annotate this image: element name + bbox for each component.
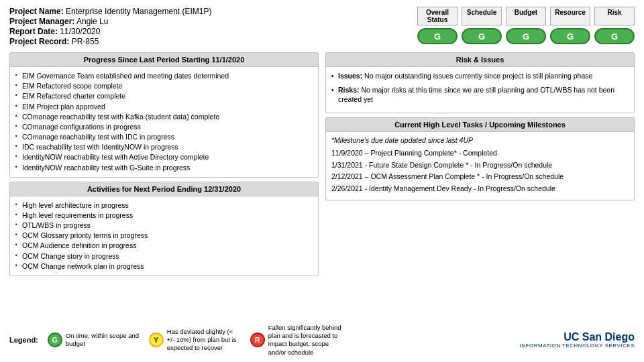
list-item: High level requirements in progress	[15, 210, 313, 220]
milestone-item: 11/9/2020 – Project Planning Complete* -…	[331, 148, 629, 158]
list-item: EIM Governance Team established and meet…	[15, 71, 313, 80]
legend-red-text: Fallen significantly behind plan and is …	[268, 324, 342, 357]
legend-green-text: On time, within scope and budget	[66, 332, 140, 349]
status-circle-resource: G	[550, 28, 590, 44]
legend-yellow-text: Has deviated slightly (< +/- 10%) from p…	[167, 328, 241, 353]
list-item: EIM Project plan approved	[15, 102, 313, 111]
ucsd-sub: INFORMATION TECHNOLOGY SERVICES	[520, 343, 635, 349]
progress-section: Progress Since Last Period Starting 11/1…	[9, 52, 319, 178]
status-circles: G G G G G	[417, 28, 635, 44]
record-label: Project Record:	[9, 37, 69, 46]
footer: Legend: G On time, within scope and budg…	[9, 324, 635, 357]
status-panel: Overall Status Schedule Budget Resource …	[417, 7, 635, 44]
report-date-line: Report Date: 11/30/2020	[9, 27, 211, 36]
list-item: IDC reachability test with IdentityNOW i…	[15, 142, 313, 152]
legend-green-circle: G	[48, 333, 62, 347]
progress-body: EIM Governance Team established and meet…	[10, 67, 318, 177]
project-name-value: Enterprise Identity Management (EIM1P)	[66, 7, 211, 16]
list-item: OCM Change story in progress	[15, 251, 313, 261]
main-content: Progress Since Last Period Starting 11/1…	[9, 52, 635, 318]
progress-title: Progress Since Last Period Starting 11/1…	[10, 53, 318, 67]
activities-title: Activities for Next Period Ending 12/31/…	[10, 182, 318, 196]
ucsd-logo: UC San Diego INFORMATION TECHNOLOGY SERV…	[520, 332, 635, 349]
header-left: Project Name: Enterprise Identity Manage…	[9, 7, 211, 47]
list-item: High level architecture in progress	[15, 200, 313, 210]
status-circle-budget: G	[506, 28, 546, 44]
progress-list: EIM Governance Team established and meet…	[15, 71, 313, 172]
status-circle-risk: G	[594, 28, 635, 44]
project-name-label: Project Name:	[9, 7, 64, 16]
activities-body: High level architecture in progress High…	[10, 196, 318, 276]
risk-section: Risk & Issues Issues: No major outstandi…	[325, 52, 635, 113]
list-item: COmanage reachability test with Kafka (s…	[15, 112, 313, 121]
right-column: Risk & Issues Issues: No major outstandi…	[325, 52, 635, 318]
legend-label: Legend:	[9, 336, 38, 344]
report-date-label: Report Date:	[9, 27, 58, 36]
activities-section: Activities for Next Period Ending 12/31/…	[9, 182, 319, 276]
legend-item-yellow: Y Has deviated slightly (< +/- 10%) from…	[149, 328, 241, 353]
status-label-overall: Overall Status	[417, 7, 458, 25]
milestones-section: Current High Level Tasks / Upcoming Mile…	[325, 117, 635, 200]
list-item: OCM Glossary priority terms in progress	[15, 231, 313, 240]
manager-label: Project Manager:	[9, 17, 74, 26]
report-date-value: 11/30/2020	[60, 27, 100, 36]
milestones-body: *Milestone's due date updated since last…	[326, 132, 634, 200]
risk-body: Issues: No major outstanding issues curr…	[326, 67, 634, 113]
risk-item-issues: Issues: No major outstanding issues curr…	[331, 71, 629, 81]
legend-red-circle: R	[250, 333, 265, 347]
list-item: OCM Change network plan in progress	[15, 261, 313, 271]
risk-item-risks: Risks: No major risks at this time since…	[331, 85, 629, 105]
status-label-schedule: Schedule	[462, 7, 502, 25]
left-column: Progress Since Last Period Starting 11/1…	[9, 52, 319, 318]
manager-line: Project Manager: Angie Lu	[9, 17, 211, 26]
list-item: OCM Audience definition in progress	[15, 241, 313, 250]
manager-value: Angie Lu	[76, 17, 108, 26]
status-labels: Overall Status Schedule Budget Resource …	[417, 7, 635, 25]
record-line: Project Record: PR-855	[9, 37, 211, 46]
status-label-risk: Risk	[594, 7, 635, 25]
ucsd-name: UC San Diego	[564, 332, 635, 343]
status-label-budget: Budget	[506, 7, 546, 25]
milestone-note: *Milestone's due date updated since last…	[331, 136, 629, 144]
milestone-item: 1/31/2021 - Future State Design Complete…	[331, 160, 629, 170]
milestones-title: Current High Level Tasks / Upcoming Mile…	[326, 118, 634, 132]
status-circle-overall: G	[417, 28, 458, 44]
list-item: COmanage configurations in progress	[15, 122, 313, 131]
list-item: IdentityNOW reachability test with Activ…	[15, 152, 313, 162]
milestone-item: 2/26/2021 - Identity Management Dev Read…	[331, 184, 629, 194]
risk-title: Risk & Issues	[326, 53, 634, 67]
milestone-item: 2/12/2021 – OCM Assessment Plan Complete…	[331, 172, 629, 182]
list-item: EIM Refactored scope complete	[15, 81, 313, 90]
status-label-resource: Resource	[550, 7, 590, 25]
legend-yellow-circle: Y	[149, 333, 164, 347]
list-item: EIM Refactored charter complete	[15, 91, 313, 101]
activities-list: High level architecture in progress High…	[15, 200, 313, 271]
status-circle-schedule: G	[462, 28, 502, 44]
list-item: IdentityNOW reachability test with G-Sui…	[15, 163, 313, 172]
header: Project Name: Enterprise Identity Manage…	[9, 7, 635, 47]
project-name-line: Project Name: Enterprise Identity Manage…	[9, 7, 211, 16]
list-item: OTL/WBS in progress	[15, 221, 313, 230]
legend-item-green: G On time, within scope and budget	[48, 332, 140, 349]
list-item: COmanage reachability test with IDC in p…	[15, 132, 313, 141]
record-value: PR-855	[72, 37, 99, 46]
legend-item-red: R Fallen significantly behind plan and i…	[250, 324, 342, 357]
